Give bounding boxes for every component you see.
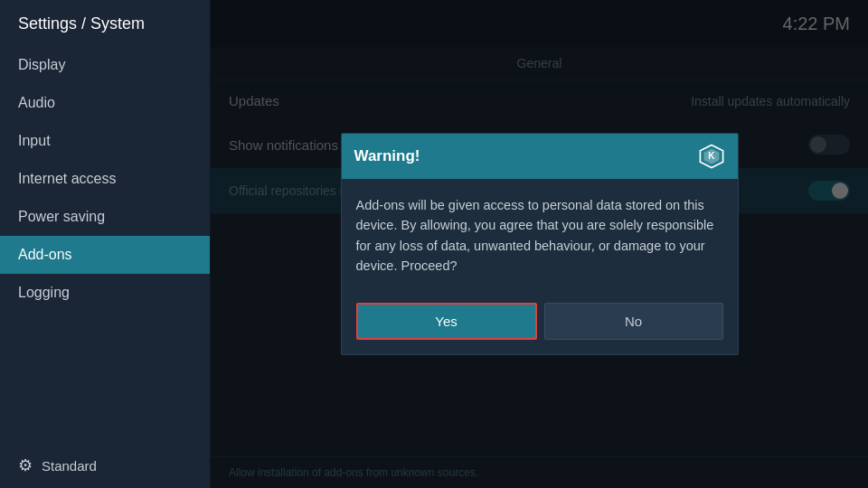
sidebar-item-add-ons[interactable]: Add-ons bbox=[0, 236, 210, 274]
yes-button[interactable]: Yes bbox=[356, 303, 537, 340]
sidebar-item-display[interactable]: Display bbox=[0, 46, 210, 84]
sidebar: Settings / System Display Audio Input In… bbox=[0, 0, 210, 488]
no-button[interactable]: No bbox=[544, 303, 723, 340]
main-content: 4:22 PM General Updates Install updates … bbox=[211, 0, 868, 488]
sidebar-item-logging[interactable]: Logging bbox=[0, 274, 210, 312]
page-title: Settings / System bbox=[0, 0, 210, 46]
sidebar-nav: Display Audio Input Internet access Powe… bbox=[0, 46, 210, 443]
warning-buttons: Yes No bbox=[342, 294, 738, 354]
kodi-logo: K bbox=[698, 143, 725, 170]
sidebar-footer[interactable]: ⚙ Standard bbox=[0, 443, 210, 488]
sidebar-footer-label: Standard bbox=[42, 458, 97, 474]
warning-body: Add-ons will be given access to personal… bbox=[342, 179, 738, 295]
modal-overlay: Warning! K Add-ons will be given access … bbox=[211, 0, 868, 488]
gear-icon: ⚙ bbox=[18, 455, 33, 475]
warning-dialog: Warning! K Add-ons will be given access … bbox=[341, 133, 739, 356]
warning-text: Add-ons will be given access to personal… bbox=[356, 198, 714, 273]
sidebar-item-internet-access[interactable]: Internet access bbox=[0, 160, 210, 198]
svg-text:K: K bbox=[708, 151, 715, 161]
warning-title: Warning! bbox=[354, 147, 420, 165]
warning-header: Warning! K bbox=[342, 134, 738, 179]
sidebar-item-audio[interactable]: Audio bbox=[0, 84, 210, 122]
sidebar-item-input[interactable]: Input bbox=[0, 122, 210, 160]
sidebar-item-power-saving[interactable]: Power saving bbox=[0, 198, 210, 236]
kodi-logo-icon: K bbox=[699, 144, 724, 169]
